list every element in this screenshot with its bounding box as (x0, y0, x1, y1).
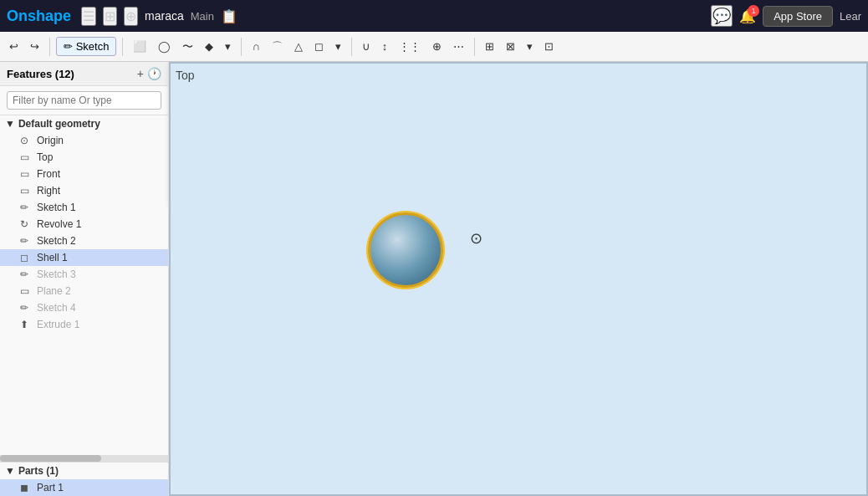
section-label: Default geometry (18, 118, 100, 130)
sketch-icon: ✏ (20, 268, 32, 280)
extrude-icon: ⬆ (20, 319, 32, 330)
main-area: Features (12) + 🕐 ▼ Default geometry ⊙ O… (0, 62, 868, 496)
tool-point[interactable]: ⊕ (428, 38, 446, 55)
item-label: Origin (37, 135, 64, 146)
item-label: Sketch 3 (37, 268, 76, 280)
tree-item-revolve1[interactable]: ↻ Revolve 1 (0, 216, 168, 233)
tree-item-sketch3[interactable]: ✏ Sketch 3 (0, 266, 168, 283)
viewport-canvas: ⊙ (169, 62, 868, 496)
tree-item-front[interactable]: ▭ Front (0, 166, 168, 182)
tool-curve[interactable]: 〜 (178, 37, 197, 57)
tool-ellipsis[interactable]: ⋯ (449, 38, 468, 55)
branch-label: Main (191, 10, 214, 23)
tree-item-sketch1[interactable]: ✏ Sketch 1 (0, 199, 168, 216)
parts-arrow: ▼ (5, 465, 15, 477)
tool-boolean[interactable]: ∩ (248, 38, 263, 55)
item-label: Top (37, 151, 53, 163)
parts-section: ▼ Parts (1) ◼ Part 1 (0, 462, 168, 496)
tree-item-origin[interactable]: ⊙ Origin (0, 132, 168, 149)
sketch-icon: ✏ (20, 202, 32, 213)
tree-item-sketch4[interactable]: ✏ Sketch 4 (0, 299, 168, 316)
tool-display-more[interactable]: ▾ (523, 38, 537, 55)
tool-section[interactable]: ⊠ (502, 38, 519, 55)
tree-item-right[interactable]: ▭ Right (0, 182, 168, 199)
item-label: Revolve 1 (37, 218, 81, 230)
plane-icon: ▭ (20, 185, 32, 197)
toolbar: ↩ ↪ ✏ Sketch ⬜ ◯ 〜 ◆ ▾ ∩ ⌒ △ ◻ ▾ ∪ ↕ ⋮⋮ … (0, 32, 868, 62)
item-label: Plane 2 (37, 285, 71, 297)
notification-badge: 1 (748, 5, 759, 17)
tree-item-top[interactable]: ▭ Top (0, 149, 168, 166)
parts-title: Parts (1) (18, 465, 59, 477)
top-nav: Onshape ☰ ⊞ ⊕ maraca Main 📋 💬 🔔 1 App St… (0, 0, 868, 32)
hamburger-menu[interactable]: ☰ (81, 7, 96, 26)
tree-item-plane2[interactable]: ▭ Plane 2 (0, 283, 168, 299)
filter-input[interactable] (7, 91, 161, 110)
item-label: Right (37, 185, 60, 197)
redo-button[interactable]: ↪ (26, 38, 43, 55)
sidebar-scrollbar[interactable] (0, 455, 168, 462)
tool-more-2[interactable]: ▾ (331, 38, 345, 55)
item-label: Sketch 4 (37, 302, 76, 314)
shell-icon: ◻ (20, 252, 32, 263)
tool-rect[interactable]: ⬜ (129, 38, 151, 55)
tree-item-shell1[interactable]: ◻ Shell 1 (0, 249, 168, 266)
filter-bar (0, 86, 168, 115)
sidebar: Features (12) + 🕐 ▼ Default geometry ⊙ O… (0, 62, 169, 496)
item-label: Part 1 (37, 482, 64, 493)
plane-icon: ▭ (20, 285, 32, 297)
add-feature-icon[interactable]: + (137, 67, 144, 80)
parts-section-header[interactable]: ▼ Parts (1) (0, 463, 168, 479)
feature-tree: ▼ Default geometry ⊙ Origin ▭ Top ▭ Fron… (0, 115, 168, 455)
undo-button[interactable]: ↩ (5, 38, 23, 55)
grid-menu[interactable]: ⊞ (103, 7, 117, 26)
sphere-container (368, 212, 443, 288)
item-label: Sketch 1 (37, 202, 76, 213)
toolbar-separator-4 (351, 38, 352, 56)
tool-shell[interactable]: ◻ (310, 38, 328, 55)
origin-icon: ⊙ (20, 135, 32, 146)
revolve-icon: ↻ (20, 218, 32, 230)
tool-grid[interactable]: ⊞ (481, 38, 498, 55)
plane-icon: ▭ (20, 168, 32, 180)
part-icon: ◼ (20, 482, 32, 493)
item-label: Sketch 2 (37, 235, 76, 247)
3d-sphere[interactable] (368, 212, 443, 288)
sketch-icon: ✏ (20, 235, 32, 247)
add-feature[interactable]: ⊕ (124, 7, 138, 26)
sketch-button[interactable]: ✏ Sketch (56, 37, 116, 56)
item-label: Shell 1 (37, 252, 68, 263)
sketch-icon: ✏ (20, 302, 32, 314)
tool-fillet[interactable]: ⌒ (268, 37, 287, 57)
plane-icon: ▭ (20, 151, 32, 163)
toolbar-separator-2 (122, 38, 123, 56)
history-icon[interactable]: 🕐 (147, 67, 161, 80)
default-geometry-section[interactable]: ▼ Default geometry (0, 115, 168, 132)
tool-pattern[interactable]: ⋮⋮ (395, 38, 425, 55)
app-store-button[interactable]: App Store (763, 6, 833, 27)
section-arrow: ▼ (5, 118, 15, 130)
features-title: Features (12) (7, 68, 132, 80)
tool-shape[interactable]: ◆ (201, 38, 217, 55)
tree-item-extrude1[interactable]: ⬆ Extrude 1 (0, 316, 168, 333)
dot-target: ⊙ (470, 229, 483, 248)
features-header: Features (12) + 🕐 (0, 62, 168, 86)
tool-circle[interactable]: ◯ (154, 38, 175, 55)
tool-more-1[interactable]: ▾ (221, 38, 235, 55)
chat-button[interactable]: 💬 (711, 5, 733, 27)
tool-settings[interactable]: ⊡ (540, 38, 558, 55)
tree-item-part1[interactable]: ◼ Part 1 (0, 479, 168, 496)
tool-move[interactable]: ↕ (378, 38, 392, 55)
tree-item-sketch2[interactable]: ✏ Sketch 2 (0, 233, 168, 249)
brand-logo[interactable]: Onshape (7, 8, 71, 25)
item-label: Extrude 1 (37, 319, 79, 330)
project-name: maraca (145, 9, 184, 23)
item-label: Front (37, 168, 60, 180)
notification-button[interactable]: 🔔 1 (739, 8, 756, 24)
viewport[interactable]: Top ⊙ (169, 62, 868, 496)
tool-union[interactable]: ∪ (358, 38, 375, 55)
toolbar-separator-3 (241, 38, 242, 56)
tool-draft[interactable]: △ (290, 38, 307, 55)
toolbar-separator-1 (49, 38, 50, 56)
learn-button[interactable]: Lear (840, 10, 861, 23)
